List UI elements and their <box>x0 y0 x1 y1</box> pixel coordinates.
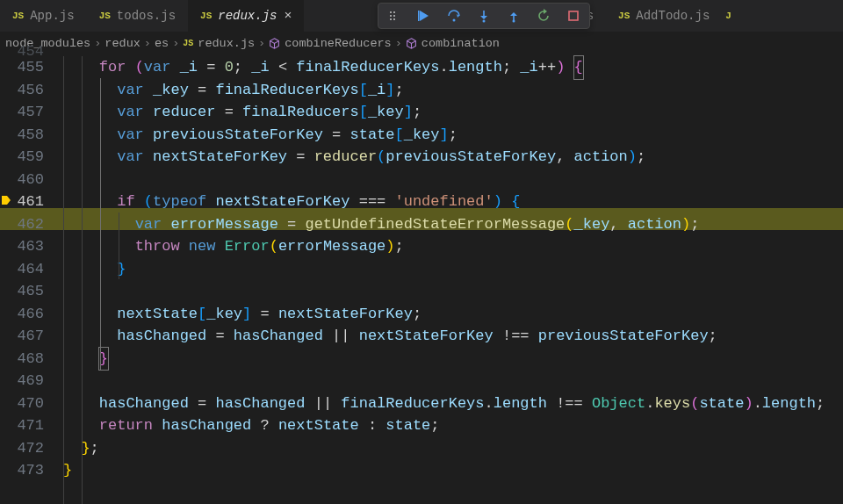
tab-bar: JS App.js JS todos.js JS redux.js × doLi… <box>0 0 843 32</box>
tab-redux-js[interactable]: JS redux.js × <box>188 0 304 32</box>
svg-point-8 <box>483 20 486 23</box>
line-number: 455 <box>0 56 63 79</box>
step-over-button[interactable] <box>443 5 465 26</box>
line-number: 459 <box>0 146 63 169</box>
code-line: } <box>63 258 843 281</box>
code-line <box>63 169 843 191</box>
tab-label: AddTodo.js <box>636 9 710 23</box>
code-line: hasChanged = hasChanged || finalReducerK… <box>63 392 843 415</box>
js-icon: JS <box>99 11 111 21</box>
line-number: 464 <box>0 258 63 281</box>
svg-point-0 <box>390 11 392 13</box>
js-icon: JS <box>618 11 630 21</box>
code-line: var previousStateForKey = state[_key]; <box>63 124 843 147</box>
svg-point-9 <box>513 20 515 23</box>
svg-rect-10 <box>569 11 578 20</box>
line-number: 468 <box>0 348 63 371</box>
line-number: 458 <box>0 124 63 147</box>
step-out-button[interactable] <box>503 5 524 26</box>
code-line: } <box>63 459 843 482</box>
svg-point-2 <box>390 15 392 17</box>
drag-handle-icon[interactable] <box>384 5 405 26</box>
line-number: 456 <box>0 79 63 102</box>
tab-overflow[interactable]: J <box>722 0 741 32</box>
code-line: for (var _i = 0; _i < finalReducerKeys.l… <box>63 56 843 79</box>
debug-toolbar[interactable] <box>378 3 590 29</box>
line-number: 465 <box>0 280 63 303</box>
svg-point-7 <box>453 19 456 22</box>
svg-rect-6 <box>418 11 420 21</box>
line-number-gutter: 455 456 457 458 459 460 461 462 463 464 … <box>0 56 63 504</box>
tab-app-js[interactable]: JS App.js <box>0 0 87 32</box>
js-icon: J <box>725 11 731 21</box>
line-number: 472 <box>0 437 63 460</box>
line-number: 467 <box>0 325 63 348</box>
continue-button[interactable] <box>414 5 435 26</box>
restart-button[interactable] <box>533 5 554 26</box>
code-line: if (typeof nextStateForKey === 'undefine… <box>63 191 843 213</box>
tab-label: redux.js <box>218 9 277 23</box>
svg-point-3 <box>393 15 395 17</box>
tab-label: App.js <box>30 9 74 23</box>
close-icon[interactable]: × <box>284 9 292 24</box>
code-body[interactable]: for (var _i = 0; _i < finalReducerKeys.l… <box>63 56 843 504</box>
code-line: } <box>63 348 843 371</box>
line-number: 473 <box>0 459 63 482</box>
code-line <box>63 280 843 303</box>
line-number: 466 <box>0 303 63 326</box>
svg-point-5 <box>393 18 395 20</box>
step-into-button[interactable] <box>473 5 494 26</box>
svg-point-4 <box>390 18 392 20</box>
line-number: 460 <box>0 169 63 191</box>
code-line: return hasChanged ? nextState : state; <box>63 414 843 437</box>
svg-point-1 <box>393 11 395 13</box>
tab-addtodo-js[interactable]: JS AddTodo.js <box>606 0 722 32</box>
code-line <box>63 370 843 392</box>
js-icon: JS <box>200 11 212 21</box>
line-number: 457 <box>0 101 63 124</box>
code-line: nextState[_key] = nextStateForKey; <box>63 303 843 326</box>
execution-pointer-icon <box>2 196 11 205</box>
code-line: throw new Error(errorMessage); <box>63 235 843 258</box>
code-line: var _key = finalReducerKeys[_i]; <box>63 79 843 102</box>
js-icon: JS <box>12 11 24 21</box>
code-editor[interactable]: 454 455 456 457 458 459 460 461 462 463 … <box>0 56 843 504</box>
tab-todos-js[interactable]: JS todos.js <box>87 0 188 32</box>
line-number: 469 <box>0 370 63 392</box>
tab-label: todos.js <box>117 9 176 23</box>
line-number: 470 <box>0 392 63 415</box>
code-line: var reducer = finalReducers[_key]; <box>63 101 843 124</box>
code-line: var errorMessage = getUndefinedStateErro… <box>63 213 843 236</box>
code-line: }; <box>63 437 843 460</box>
line-number: 462 <box>0 213 63 236</box>
line-number: 463 <box>0 235 63 258</box>
line-number: 471 <box>0 414 63 437</box>
stop-button[interactable] <box>563 5 584 26</box>
code-line: hasChanged = hasChanged || nextStateForK… <box>63 325 843 348</box>
code-line: var nextStateForKey = reducer(previousSt… <box>63 146 843 169</box>
